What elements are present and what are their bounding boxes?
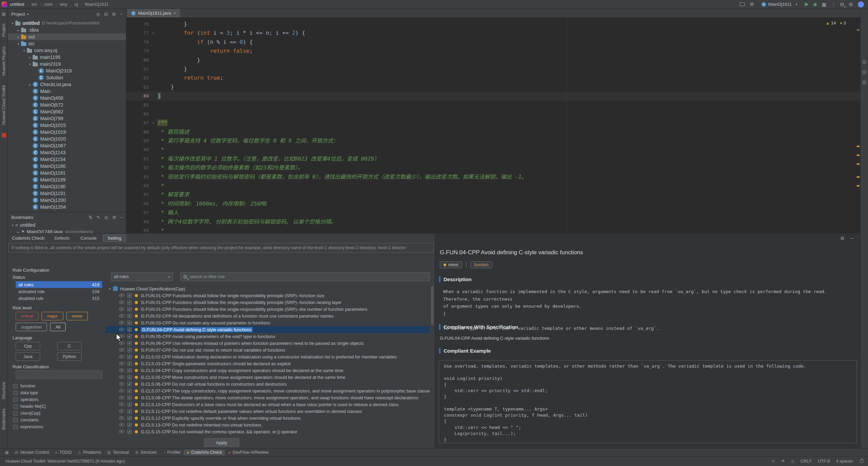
checkbox-unchecked-icon[interactable]: [13, 384, 18, 388]
close-tab-icon[interactable]: ×: [174, 11, 176, 16]
tree-collapse-arrow[interactable]: ▾: [16, 42, 21, 46]
checkbox-checked-icon[interactable]: ✓: [127, 430, 132, 434]
tab-console[interactable]: Console: [76, 235, 101, 242]
code-line[interactable]: 94 *: [126, 181, 860, 190]
code-line[interactable]: 91 * 每次操作改变其中 1 位数字。（注意，是改变，比如0023 改变第4位…: [126, 155, 860, 163]
checkbox-checked-icon[interactable]: ✓: [127, 321, 132, 325]
huawei-toolkit-icon[interactable]: [2, 133, 6, 138]
rule-row[interactable]: ✓G.FUN.07-CPP Do not use std::move to re…: [106, 347, 430, 353]
project-tree-row[interactable]: ▸out: [8, 33, 126, 40]
rule-row[interactable]: ✓G.CLS.05-CPP Move constructors and move…: [106, 374, 430, 381]
eye-icon[interactable]: [119, 301, 124, 304]
toolwindow-button-terminal[interactable]: ▥Terminal: [104, 449, 132, 455]
tree-collapse-arrow[interactable]: ▾: [21, 49, 27, 52]
project-tree-row[interactable]: CMainOj1067: [8, 142, 126, 149]
project-tree-row[interactable]: CMain: [8, 88, 126, 95]
checkbox-checked-icon[interactable]: ✓: [127, 341, 132, 346]
risk-filter-button-minor[interactable]: minor: [66, 312, 88, 320]
project-tree-row[interactable]: CMainOj1015: [8, 122, 126, 129]
toolwindow-button-devflow-aireview[interactable]: ●DevFlow-AIReview: [225, 449, 271, 455]
code-line[interactable]: 97 * 输入: [126, 208, 860, 217]
language-filter-button-java[interactable]: Java: [16, 352, 40, 361]
eye-icon[interactable]: [119, 389, 124, 392]
risk-filter-button-all[interactable]: All: [50, 323, 66, 331]
rule-row[interactable]: ✓G.CLS.08-CPP The delete operators, move…: [106, 394, 430, 401]
stripe-tool-button-project[interactable]: Project: [1, 23, 6, 37]
project-tree-row[interactable]: ▸main1195: [8, 54, 126, 61]
rule-row[interactable]: ✓G.FUN.01-CPP Functions should follow th…: [106, 292, 430, 299]
code-line[interactable]: 90 *: [126, 145, 860, 154]
checkbox-checked-icon[interactable]: ✓: [127, 416, 132, 420]
code-line[interactable]: 78 if (n % i == 0) {: [126, 38, 860, 47]
status-filter-row[interactable]: all rules419: [16, 281, 102, 288]
hide-panel-icon[interactable]: ─: [851, 236, 854, 241]
inspection-weak-count[interactable]: ▾3: [840, 20, 846, 26]
project-tree-row[interactable]: CMainOj799: [8, 115, 126, 122]
rule-row[interactable]: ✓G.FUN.03-CPP Do not contain any unused …: [106, 319, 430, 326]
checkbox-checked-icon[interactable]: ✓: [127, 423, 132, 427]
eye-icon[interactable]: [119, 362, 124, 365]
code-line[interactable]: 76 }: [126, 20, 860, 29]
tree-collapse-arrow[interactable]: ▾: [27, 62, 33, 66]
checkbox-unchecked-icon[interactable]: [13, 391, 18, 395]
code-line[interactable]: 93 * 现给定行李箱的初始密码与解锁密码（都是素数，包含前导 0），请找出最快…: [126, 173, 860, 181]
rule-row[interactable]: ✓G.CLS.13-CPP Do not redefine inherited …: [106, 421, 430, 428]
eye-icon[interactable]: [119, 382, 124, 386]
checkbox-unchecked-icon[interactable]: [13, 411, 18, 416]
rules-root-node[interactable]: ▾Huawei Cloud Specification(Cpp): [106, 285, 430, 292]
status-filter-row[interactable]: activated rule104: [16, 288, 102, 295]
status-widget-utf-8[interactable]: UTF-8: [818, 459, 830, 464]
right-stripe-tool-icon[interactable]: [862, 60, 866, 64]
rules-search-input[interactable]: [190, 274, 427, 279]
classification-checkbox-row[interactable]: class[Cpp]: [13, 410, 46, 417]
eye-icon[interactable]: [119, 348, 124, 352]
risk-filter-button-suggestion[interactable]: suggestion: [16, 323, 47, 331]
code-line[interactable]: 80 }: [126, 56, 860, 65]
project-tree-row[interactable]: ▾com.wxy.oj: [8, 47, 126, 54]
fold-marker[interactable]: −: [149, 29, 158, 37]
editor-tab[interactable]: C MainOj1811.java ×: [127, 9, 180, 17]
status-filter-row[interactable]: disabled rule315: [16, 295, 102, 302]
toolwindow-button-problems[interactable]: ⚠Problems: [75, 449, 104, 455]
code-line[interactable]: 83 }: [126, 83, 860, 92]
tree-collapse-arrow[interactable]: ▾: [10, 223, 15, 227]
tree-expand-arrow[interactable]: ▸: [27, 83, 33, 86]
eye-icon[interactable]: [119, 314, 124, 318]
checkbox-unchecked-icon[interactable]: [13, 404, 18, 409]
rule-row[interactable]: ✓G.FUN.02-CPP All declarations and defin…: [106, 312, 430, 319]
toolwindow-button-profiler[interactable]: ◔Profiler: [160, 449, 184, 455]
classification-checkbox-row[interactable]: function: [13, 383, 46, 389]
language-filter-button-python[interactable]: Python: [57, 352, 82, 361]
tree-expand-arrow[interactable]: ▸: [27, 55, 33, 59]
rule-row[interactable]: ✓G.CLS.02-CPP Initialization during decl…: [106, 353, 430, 360]
project-tree-row[interactable]: ▾untitledD:\workspace\Practise\untitled: [8, 20, 126, 27]
rules-filter-dropdown[interactable]: all rules ▾: [111, 272, 173, 281]
user-avatar[interactable]: [858, 1, 864, 7]
tab-defects[interactable]: Defects: [50, 235, 74, 242]
project-tree-row[interactable]: CSolution: [8, 74, 126, 81]
bookmark-row[interactable]: ▸⚑MainOj1249.javasrc/com/wxy/oj: [8, 228, 126, 233]
status-widget-crlf[interactable]: CRLF: [801, 459, 812, 464]
checkbox-checked-icon[interactable]: ✓: [127, 375, 132, 380]
checkbox-unchecked-icon[interactable]: [13, 418, 18, 422]
checkbox-checked-icon[interactable]: ✓: [127, 293, 132, 298]
code-line[interactable]: 89 * 某行李箱支持 4 位数字密码，每位数字在 0 和 9 之间，开锁方式：: [126, 136, 860, 145]
checkbox-unchecked-icon[interactable]: [13, 425, 18, 429]
code-line[interactable]: 88 * 题目描述: [126, 128, 860, 136]
checkbox-checked-icon[interactable]: ✓: [127, 327, 132, 332]
checkbox-checked-icon[interactable]: ✓: [127, 396, 132, 400]
editor-scrollbar[interactable]: [856, 18, 860, 233]
status-message[interactable]: Huawei Cloud Toolkit: Welcome! hw0817996…: [5, 459, 125, 464]
rule-row[interactable]: ✓G.CLS.06-CPP Do not call virtual functi…: [106, 381, 430, 387]
project-tree-row[interactable]: CMainOj1204: [8, 204, 126, 210]
stripe-tool-button-huawei-cloud-toolkit[interactable]: Huawei Cloud Toolkit: [1, 85, 6, 125]
classification-checkbox-row[interactable]: operators: [13, 396, 46, 403]
eye-icon[interactable]: [119, 328, 124, 331]
sort-icon[interactable]: ⇅: [89, 215, 93, 220]
checkbox-checked-icon[interactable]: ✓: [127, 314, 132, 318]
language-filter-button-c[interactable]: C: [57, 342, 82, 350]
chevron-down-icon[interactable]: ▾: [109, 287, 111, 291]
code-line[interactable]: 86: [126, 110, 860, 118]
checkbox-unchecked-icon[interactable]: [13, 398, 18, 402]
classification-checkbox-row[interactable]: data type: [13, 389, 46, 396]
